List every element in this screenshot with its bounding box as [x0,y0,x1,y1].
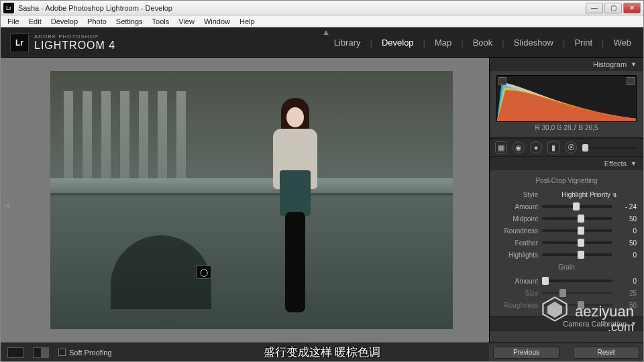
crop-tool-icon[interactable]: ▦ [495,141,507,154]
effects-header[interactable]: Effects▼ [490,157,643,170]
menu-help[interactable]: Help [235,17,259,26]
histogram-header[interactable]: Histogram▼ [490,58,643,71]
chevron-down-icon: ▼ [631,160,637,167]
brand-line2: LIGHTROOM 4 [34,40,115,52]
module-develop[interactable]: Develop [379,38,417,48]
app-icon: Lr [3,3,14,13]
menu-settings[interactable]: Settings [112,17,147,26]
slider-grain-amount[interactable]: Amount0 [496,275,637,287]
checkbox-icon[interactable] [58,349,66,356]
brush-tool-icon[interactable]: ⦿ [565,141,577,154]
histogram-display[interactable] [496,75,637,122]
bottom-toolbar: Soft Proofing [1,343,489,361]
module-book[interactable]: Book [470,38,496,48]
os-titlebar: Lr Sasha - Adobe Photoshop Lightroom - D… [1,1,643,15]
grad-filter-tool-icon[interactable]: ▮ [547,141,559,154]
mask-slider[interactable] [582,147,638,149]
menu-develop[interactable]: Develop [47,17,82,26]
slider-midpoint[interactable]: Midpoint50 [496,213,637,225]
photo-preview: ◯ [50,71,453,329]
module-print[interactable]: Print [572,38,595,48]
menu-edit[interactable]: Edit [25,17,46,26]
maximize-button[interactable]: ▢ [604,3,622,13]
menu-photo[interactable]: Photo [83,17,111,26]
menu-window[interactable]: Window [200,17,234,26]
color-sampler-icon[interactable]: ◯ [197,265,211,279]
module-web[interactable]: Web [611,38,635,48]
spot-removal-tool-icon[interactable]: ◉ [513,141,525,154]
reveal-left-panel-icon[interactable]: ◀ [3,200,9,210]
close-button[interactable]: ✕ [623,3,641,13]
menu-tools[interactable]: Tools [148,17,174,26]
menu-bar: File Edit Develop Photo Settings Tools V… [1,15,643,27]
grain-subheader: Grain [496,263,637,271]
slider-feather[interactable]: Feather50 [496,237,637,249]
action-bar: Previous Reset [489,343,643,361]
histogram-panel: Histogram▼ R [490,58,643,138]
vignette-subheader: Post-Crop Vignetting [496,177,637,184]
dropdown-arrows-icon: ⇅ [612,192,617,198]
slider-roundness[interactable]: Roundness0 [496,225,637,237]
shadow-clip-icon[interactable] [498,77,506,85]
redeye-tool-icon[interactable]: ● [530,141,542,154]
rgb-readout: R 30,0 G 28,7 B 26,5 [496,122,637,135]
brand-line1: ADOBE PHOTOSHOP [34,34,115,40]
compare-view-button[interactable] [33,347,49,358]
vignette-style-row[interactable]: Style Highlight Priority ⇅ [496,188,637,200]
reset-button[interactable]: Reset [573,347,639,359]
logo-badge: Lr [10,34,29,52]
previous-button[interactable]: Previous [493,347,559,359]
app-window: Lr Sasha - Adobe Photoshop Lightroom - D… [0,0,644,362]
soft-proofing-toggle[interactable]: Soft Proofing [58,349,112,357]
minimize-button[interactable]: — [586,3,603,13]
chevron-down-icon: ▼ [631,320,637,327]
image-canvas[interactable]: ◯ [1,58,489,343]
menu-file[interactable]: File [3,17,23,26]
loupe-view-button[interactable] [7,347,23,358]
highlight-clip-icon[interactable] [627,77,635,85]
effects-panel: Effects▼ Post-Crop Vignetting Style High… [490,157,643,317]
chevron-down-icon: ▼ [631,61,637,68]
slider-highlights[interactable]: Highlights0 [496,249,637,261]
tool-strip: ▦ ◉ ● ▮ ⦿ [490,138,643,157]
module-library[interactable]: Library [331,38,364,48]
window-title: Sasha - Adobe Photoshop Lightroom - Deve… [18,4,586,12]
menu-view[interactable]: View [174,17,199,26]
reveal-top-panel-icon[interactable]: ▲ [322,27,330,37]
module-map[interactable]: Map [432,38,454,48]
slider-amount[interactable]: Amount- 24 [496,200,637,213]
module-picker: Library| Develop| Map| Book| Slideshow| … [331,38,634,48]
svg-marker-1 [547,302,562,318]
module-slideshow[interactable]: Slideshow [511,38,556,48]
app-logo: Lr ADOBE PHOTOSHOP LIGHTROOM 4 [10,34,115,52]
watermark-logo-icon [540,294,570,324]
